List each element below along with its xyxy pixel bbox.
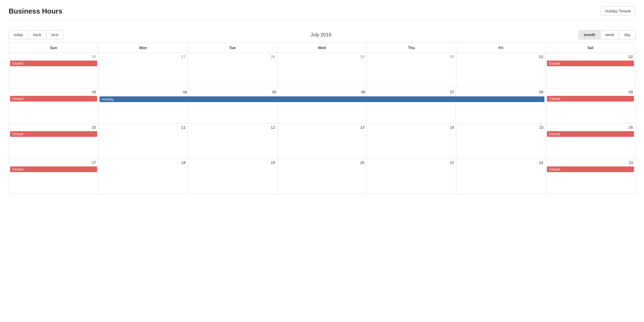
view-btn-group: month week day — [579, 30, 635, 39]
closed-event[interactable]: Closed — [547, 96, 634, 102]
day-cell[interactable]: 10 Closed — [9, 124, 98, 159]
day-view-button[interactable]: day — [619, 30, 636, 39]
closed-event[interactable]: Closed — [10, 96, 97, 102]
day-cell[interactable]: 18 — [98, 159, 188, 194]
day-number: 03 — [10, 89, 97, 95]
day-cell[interactable]: 15 — [456, 124, 546, 159]
next-button[interactable]: next — [46, 30, 63, 39]
closed-event[interactable]: Closed — [547, 61, 634, 66]
closed-event[interactable]: Closed — [10, 61, 97, 66]
day-cell[interactable]: 27 — [98, 53, 188, 88]
closed-event[interactable]: Closed — [10, 131, 97, 137]
day-number: 02 — [547, 54, 634, 59]
day-number: 20 — [279, 160, 366, 165]
day-number: 18 — [100, 160, 187, 165]
day-cell[interactable]: 12 — [188, 124, 277, 159]
day-number: 12 — [189, 125, 276, 130]
header-fri: Fri — [456, 43, 546, 53]
day-cell[interactable]: 22 — [456, 159, 546, 194]
day-number: 09 — [547, 89, 634, 95]
day-cell[interactable]: 29 — [277, 53, 367, 88]
day-cell[interactable]: 17 Closed — [9, 159, 98, 194]
day-number: 23 — [547, 160, 634, 165]
closed-event[interactable]: Closed — [547, 166, 634, 172]
day-number: 22 — [457, 160, 544, 165]
day-number: 19 — [189, 160, 276, 165]
header-mon: Mon — [98, 43, 188, 53]
day-number: 01 — [457, 54, 544, 59]
day-cell[interactable]: 30 — [367, 53, 456, 88]
page-header: Business Hours Holiday Times▾ — [9, 7, 635, 20]
day-number: 28 — [189, 54, 276, 59]
day-number: 30 — [368, 54, 455, 59]
day-cell[interactable]: 26 Closed — [9, 53, 98, 88]
header-thu: Thu — [367, 43, 456, 53]
day-cell[interactable]: 01 — [456, 53, 546, 88]
day-number: 10 — [10, 125, 97, 130]
week-view-button[interactable]: week — [600, 30, 620, 39]
header-wed: Wed — [277, 43, 367, 53]
day-cell[interactable]: 23 Closed — [546, 159, 635, 194]
day-number: 21 — [368, 160, 455, 165]
day-cell[interactable]: 03 Closed — [9, 88, 98, 124]
today-button[interactable]: today — [9, 30, 28, 39]
header-tue: Tue — [188, 43, 277, 53]
day-cell[interactable]: 13 — [277, 124, 367, 159]
month-view-button[interactable]: month — [579, 30, 601, 39]
day-number: 17 — [10, 160, 97, 165]
closed-event[interactable]: Closed — [547, 131, 634, 137]
calendar-title: July 2016 — [311, 32, 331, 38]
calendar-grid: Sun Mon Tue Wed Thu Fri Sat 26 Closed 27… — [9, 43, 635, 194]
day-number: 15 — [457, 125, 544, 130]
day-cell[interactable]: 28 — [188, 53, 277, 88]
day-number: 29 — [279, 54, 366, 59]
back-button[interactable]: back — [28, 30, 46, 39]
holiday-times-button[interactable]: Holiday Times▾ — [600, 7, 635, 16]
table-row: 26 Closed 27 28 29 30 01 02 Closed — [9, 53, 635, 88]
day-cell[interactable]: 14 — [367, 124, 456, 159]
day-cell[interactable]: 19 — [188, 159, 277, 194]
table-row: 17 Closed 18 19 20 21 22 23 Closed — [9, 159, 635, 194]
day-number: 27 — [100, 54, 187, 59]
calendar-header: Sun Mon Tue Wed Thu Fri Sat — [9, 43, 635, 53]
calendar-nav: today back next July 2016 month week day — [9, 27, 635, 43]
holiday-cell[interactable]: 04 05 06 07 08 Holiday — [98, 88, 546, 124]
day-number: 16 — [547, 125, 634, 130]
day-number: 14 — [368, 125, 455, 130]
holiday-event[interactable]: Holiday — [100, 96, 544, 102]
header-sat: Sat — [546, 43, 635, 53]
header-row: Sun Mon Tue Wed Thu Fri Sat — [9, 43, 635, 53]
day-cell[interactable]: 11 — [98, 124, 188, 159]
day-number: 11 — [100, 125, 187, 130]
nav-btn-group: today back next — [9, 30, 63, 39]
day-cell[interactable]: 21 — [367, 159, 456, 194]
calendar-body: 26 Closed 27 28 29 30 01 02 Closed 03 Cl… — [9, 53, 635, 194]
day-cell[interactable]: 20 — [277, 159, 367, 194]
day-cell[interactable]: 16 Closed — [546, 124, 635, 159]
page-container: Business Hours Holiday Times▾ today back… — [0, 0, 644, 201]
table-row: 03 Closed 04 05 06 07 08 Holiday — [9, 88, 635, 124]
day-number: 13 — [279, 125, 366, 130]
page-title: Business Hours — [9, 7, 62, 15]
day-cell[interactable]: 09 Closed — [546, 88, 635, 124]
table-row: 10 Closed 11 12 13 14 15 16 Closed — [9, 124, 635, 159]
closed-event[interactable]: Closed — [10, 166, 97, 172]
day-number: 26 — [10, 54, 97, 59]
header-sun: Sun — [9, 43, 98, 53]
day-cell[interactable]: 02 Closed — [546, 53, 635, 88]
